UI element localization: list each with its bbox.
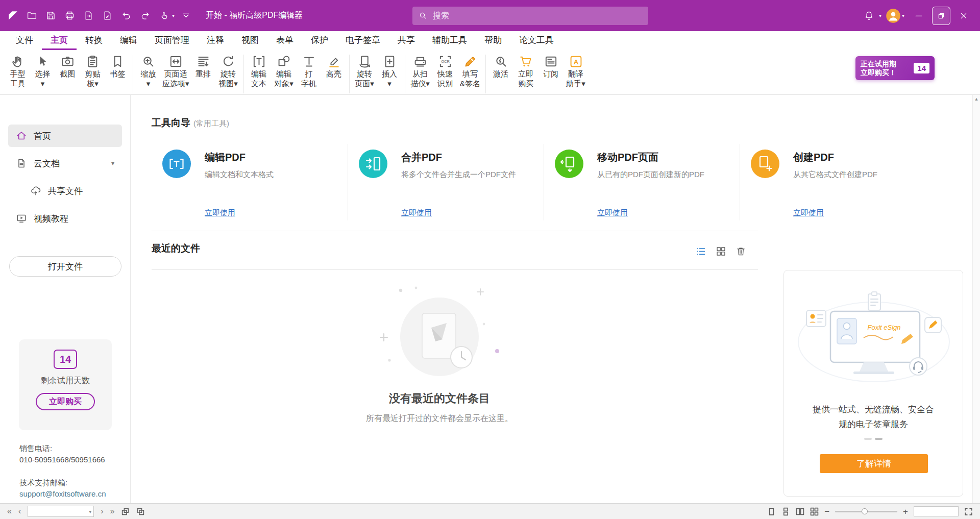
user-avatar[interactable]: [886, 8, 901, 23]
select-tool-button[interactable]: 选择 ▾: [30, 54, 55, 89]
from-scanner-button[interactable]: 从扫 描仪▾: [408, 54, 433, 89]
facing-continuous-view-icon[interactable]: [810, 507, 819, 516]
menu-tab-protect[interactable]: 保护: [302, 31, 337, 50]
tool-card-move-pages[interactable]: 移动PDF页面 从已有的PDF页面创建新的PDF 立即使用: [544, 144, 740, 220]
buy-now-button[interactable]: 立即 购买: [513, 54, 538, 89]
trash-icon[interactable]: [736, 246, 746, 257]
chevron-down-icon[interactable]: ▾: [111, 160, 114, 167]
typewriter-button[interactable]: 打 字机: [297, 54, 322, 89]
notification-bell-icon[interactable]: [861, 7, 878, 24]
search-bar[interactable]: [412, 7, 648, 25]
list-view-icon[interactable]: [696, 246, 706, 257]
create-doc-icon[interactable]: [99, 7, 116, 24]
previous-view-icon[interactable]: [121, 507, 130, 516]
collapse-ribbon-icon[interactable]: [177, 7, 194, 24]
chevron-down-icon[interactable]: ▾: [89, 509, 91, 514]
page-number-box[interactable]: ▾: [28, 506, 94, 517]
bookmark-button[interactable]: 书签: [105, 54, 130, 79]
next-page-button[interactable]: ›: [101, 507, 103, 515]
scroll-up-arrow-icon[interactable]: ▲: [973, 96, 980, 102]
menu-tab-help[interactable]: 帮助: [476, 31, 510, 50]
zoom-out-button[interactable]: −: [824, 507, 829, 516]
pointer-tool-icon[interactable]: [155, 7, 173, 24]
use-now-link[interactable]: 立即使用: [205, 208, 235, 218]
grid-view-icon[interactable]: [716, 246, 726, 257]
menu-tab-file[interactable]: 文件: [7, 31, 42, 50]
carousel-dots[interactable]: [784, 438, 963, 440]
open-file-icon[interactable]: [23, 7, 40, 24]
vertical-scrollbar[interactable]: ▲: [972, 95, 980, 503]
fill-sign-button[interactable]: 填写 &签名: [458, 54, 483, 89]
facing-view-icon[interactable]: [796, 507, 804, 516]
menu-tab-accessibility[interactable]: 辅助工具: [424, 31, 476, 50]
rotate-view-button[interactable]: 旋转 视图▾: [216, 54, 241, 89]
edit-text-button[interactable]: 编辑 文本: [247, 54, 272, 89]
activate-button[interactable]: 激活: [488, 54, 513, 79]
edit-object-button[interactable]: 编辑 对象▾: [272, 54, 297, 89]
zoom-level-input[interactable]: [914, 507, 958, 516]
chevron-down-icon[interactable]: ▾: [172, 13, 175, 18]
sidebar-item-shared-files[interactable]: 共享文件: [22, 180, 122, 202]
sidebar-item-home[interactable]: 首页: [8, 125, 122, 147]
menu-tab-share[interactable]: 共享: [389, 31, 424, 50]
menu-tab-home[interactable]: 主页: [42, 31, 77, 50]
page-number-input[interactable]: [28, 506, 93, 516]
menu-tab-comment[interactable]: 注释: [198, 31, 233, 50]
restore-window-button[interactable]: [932, 7, 950, 25]
undo-icon[interactable]: [117, 7, 135, 24]
buy-now-pill-button[interactable]: 立即购买: [36, 393, 95, 410]
chevron-down-icon[interactable]: ▾: [902, 13, 904, 18]
menu-tab-edit[interactable]: 编辑: [111, 31, 146, 50]
chevron-down-icon[interactable]: ▾: [879, 13, 881, 18]
insert-pages-button[interactable]: 插入 ▾: [377, 54, 402, 89]
subscribe-button[interactable]: 订阅: [538, 54, 564, 79]
last-page-button[interactable]: »: [110, 507, 115, 515]
tool-card-create-pdf[interactable]: 创建PDF 从其它格式文件创建PDF 立即使用: [740, 144, 936, 220]
learn-more-button[interactable]: 了解详情: [820, 454, 928, 473]
search-input[interactable]: [433, 11, 642, 20]
first-page-button[interactable]: «: [7, 507, 12, 515]
zoom-slider-thumb[interactable]: [862, 508, 868, 514]
redo-icon[interactable]: [136, 7, 154, 24]
carousel-dot[interactable]: [864, 438, 872, 440]
sidebar-item-cloud-docs[interactable]: 云文档 ▾: [8, 152, 122, 175]
menu-tab-convert[interactable]: 转换: [77, 31, 111, 50]
minimize-button[interactable]: [909, 6, 929, 26]
fit-options-button[interactable]: 页面适 应选项▾: [161, 54, 191, 89]
save-icon[interactable]: [42, 7, 59, 24]
tool-card-merge-pdf[interactable]: 合并PDF 将多个文件合并生成一个PDF文件 立即使用: [348, 144, 544, 220]
menu-tab-form[interactable]: 表单: [267, 31, 302, 50]
prev-page-button[interactable]: ‹: [18, 507, 21, 515]
quick-ocr-button[interactable]: OCR 快速 识别: [433, 54, 458, 89]
zoom-slider[interactable]: [835, 511, 897, 512]
support-email-value[interactable]: support@foxitsoftware.cn: [19, 488, 106, 500]
trial-banner-button[interactable]: 正在试用期 立即购买！ 14: [855, 56, 935, 80]
carousel-dot[interactable]: [875, 438, 883, 440]
tool-card-edit-pdf[interactable]: 编辑PDF 编辑文档和文本格式 立即使用: [152, 144, 348, 220]
continuous-view-icon[interactable]: [781, 507, 790, 516]
open-file-button[interactable]: 打开文件: [9, 256, 121, 277]
rotate-pages-button[interactable]: 旋转 页面▾: [352, 54, 377, 89]
menu-tab-esign[interactable]: 电子签章: [337, 31, 389, 50]
highlight-button[interactable]: 高亮: [322, 54, 347, 79]
use-now-link[interactable]: 立即使用: [401, 208, 432, 218]
single-page-view-icon[interactable]: [767, 507, 776, 516]
zoom-in-button[interactable]: +: [903, 507, 908, 516]
snapshot-button[interactable]: 截图: [55, 54, 80, 79]
menu-tab-view[interactable]: 视图: [233, 31, 267, 50]
hand-tool-button[interactable]: 手型 工具: [5, 54, 30, 89]
use-now-link[interactable]: 立即使用: [597, 208, 628, 218]
close-button[interactable]: [953, 6, 974, 26]
export-doc-icon[interactable]: [80, 7, 97, 24]
next-view-icon[interactable]: [136, 507, 145, 516]
sid ebar-item-video-tutorials[interactable]: 视频教程: [8, 207, 122, 230]
zoom-level-box[interactable]: [914, 506, 959, 516]
zoom-button[interactable]: 缩放 ▾: [136, 54, 161, 89]
reflow-button[interactable]: 重排: [191, 54, 216, 79]
translate-assistant-button[interactable]: A 翻译 助手▾: [564, 54, 589, 89]
use-now-link[interactable]: 立即使用: [793, 208, 824, 218]
menu-tab-page-manage[interactable]: 页面管理: [146, 31, 198, 50]
menu-tab-paper-tools[interactable]: 论文工具: [510, 31, 562, 50]
fit-screen-icon[interactable]: [964, 507, 973, 516]
clipboard-button[interactable]: 剪贴 板▾: [80, 54, 105, 89]
